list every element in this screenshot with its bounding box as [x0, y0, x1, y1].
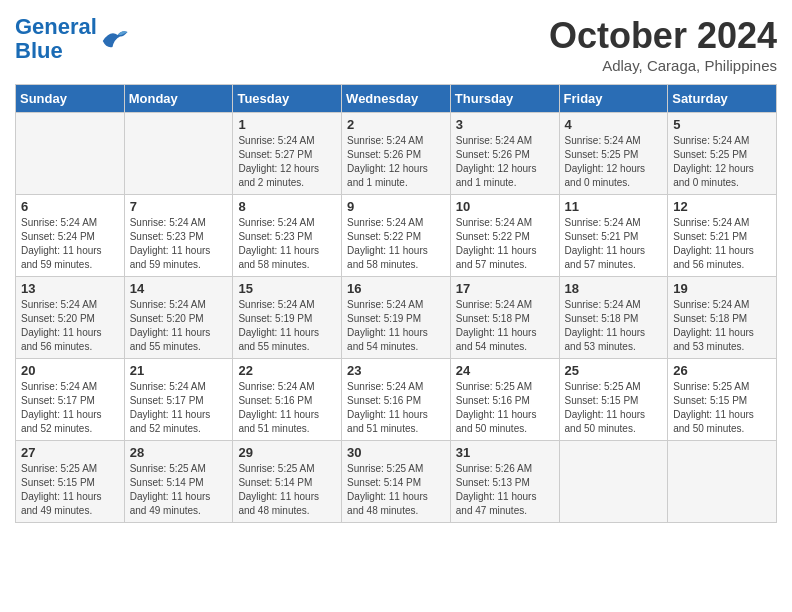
calendar-cell: 20Sunrise: 5:24 AM Sunset: 5:17 PM Dayli…	[16, 359, 125, 441]
calendar-cell: 21Sunrise: 5:24 AM Sunset: 5:17 PM Dayli…	[124, 359, 233, 441]
day-info: Sunrise: 5:24 AM Sunset: 5:16 PM Dayligh…	[347, 380, 445, 436]
day-number: 25	[565, 363, 663, 378]
day-number: 15	[238, 281, 336, 296]
day-number: 29	[238, 445, 336, 460]
day-number: 3	[456, 117, 554, 132]
calendar-cell: 11Sunrise: 5:24 AM Sunset: 5:21 PM Dayli…	[559, 195, 668, 277]
day-number: 11	[565, 199, 663, 214]
day-number: 22	[238, 363, 336, 378]
calendar-cell: 2Sunrise: 5:24 AM Sunset: 5:26 PM Daylig…	[342, 113, 451, 195]
day-number: 23	[347, 363, 445, 378]
day-info: Sunrise: 5:24 AM Sunset: 5:17 PM Dayligh…	[21, 380, 119, 436]
day-info: Sunrise: 5:24 AM Sunset: 5:18 PM Dayligh…	[456, 298, 554, 354]
page-header: GeneralBlue October 2024 Adlay, Caraga, …	[15, 15, 777, 74]
day-number: 20	[21, 363, 119, 378]
day-number: 24	[456, 363, 554, 378]
calendar-cell: 5Sunrise: 5:24 AM Sunset: 5:25 PM Daylig…	[668, 113, 777, 195]
day-info: Sunrise: 5:25 AM Sunset: 5:15 PM Dayligh…	[673, 380, 771, 436]
calendar-cell	[559, 441, 668, 523]
calendar-cell: 22Sunrise: 5:24 AM Sunset: 5:16 PM Dayli…	[233, 359, 342, 441]
calendar-cell	[668, 441, 777, 523]
calendar-cell: 23Sunrise: 5:24 AM Sunset: 5:16 PM Dayli…	[342, 359, 451, 441]
month-title: October 2024	[549, 15, 777, 57]
header-cell-tuesday: Tuesday	[233, 85, 342, 113]
calendar-cell: 1Sunrise: 5:24 AM Sunset: 5:27 PM Daylig…	[233, 113, 342, 195]
day-number: 10	[456, 199, 554, 214]
week-row-5: 27Sunrise: 5:25 AM Sunset: 5:15 PM Dayli…	[16, 441, 777, 523]
day-info: Sunrise: 5:24 AM Sunset: 5:16 PM Dayligh…	[238, 380, 336, 436]
day-info: Sunrise: 5:24 AM Sunset: 5:25 PM Dayligh…	[565, 134, 663, 190]
title-block: October 2024 Adlay, Caraga, Philippines	[549, 15, 777, 74]
calendar-cell: 12Sunrise: 5:24 AM Sunset: 5:21 PM Dayli…	[668, 195, 777, 277]
week-row-4: 20Sunrise: 5:24 AM Sunset: 5:17 PM Dayli…	[16, 359, 777, 441]
day-info: Sunrise: 5:25 AM Sunset: 5:16 PM Dayligh…	[456, 380, 554, 436]
day-number: 12	[673, 199, 771, 214]
calendar-cell: 18Sunrise: 5:24 AM Sunset: 5:18 PM Dayli…	[559, 277, 668, 359]
calendar-cell: 24Sunrise: 5:25 AM Sunset: 5:16 PM Dayli…	[450, 359, 559, 441]
week-row-3: 13Sunrise: 5:24 AM Sunset: 5:20 PM Dayli…	[16, 277, 777, 359]
day-info: Sunrise: 5:24 AM Sunset: 5:26 PM Dayligh…	[347, 134, 445, 190]
day-info: Sunrise: 5:24 AM Sunset: 5:18 PM Dayligh…	[673, 298, 771, 354]
header-cell-monday: Monday	[124, 85, 233, 113]
calendar-cell: 6Sunrise: 5:24 AM Sunset: 5:24 PM Daylig…	[16, 195, 125, 277]
day-number: 27	[21, 445, 119, 460]
day-number: 1	[238, 117, 336, 132]
day-info: Sunrise: 5:24 AM Sunset: 5:27 PM Dayligh…	[238, 134, 336, 190]
calendar-cell: 26Sunrise: 5:25 AM Sunset: 5:15 PM Dayli…	[668, 359, 777, 441]
week-row-1: 1Sunrise: 5:24 AM Sunset: 5:27 PM Daylig…	[16, 113, 777, 195]
header-cell-friday: Friday	[559, 85, 668, 113]
day-info: Sunrise: 5:24 AM Sunset: 5:18 PM Dayligh…	[565, 298, 663, 354]
logo-text: GeneralBlue	[15, 15, 97, 63]
calendar-cell: 31Sunrise: 5:26 AM Sunset: 5:13 PM Dayli…	[450, 441, 559, 523]
day-number: 5	[673, 117, 771, 132]
week-row-2: 6Sunrise: 5:24 AM Sunset: 5:24 PM Daylig…	[16, 195, 777, 277]
day-info: Sunrise: 5:26 AM Sunset: 5:13 PM Dayligh…	[456, 462, 554, 518]
day-info: Sunrise: 5:24 AM Sunset: 5:21 PM Dayligh…	[565, 216, 663, 272]
calendar-cell: 14Sunrise: 5:24 AM Sunset: 5:20 PM Dayli…	[124, 277, 233, 359]
calendar-cell: 17Sunrise: 5:24 AM Sunset: 5:18 PM Dayli…	[450, 277, 559, 359]
day-number: 14	[130, 281, 228, 296]
calendar-cell: 10Sunrise: 5:24 AM Sunset: 5:22 PM Dayli…	[450, 195, 559, 277]
calendar-cell: 15Sunrise: 5:24 AM Sunset: 5:19 PM Dayli…	[233, 277, 342, 359]
day-number: 21	[130, 363, 228, 378]
logo: GeneralBlue	[15, 15, 129, 63]
day-number: 26	[673, 363, 771, 378]
day-info: Sunrise: 5:25 AM Sunset: 5:15 PM Dayligh…	[21, 462, 119, 518]
calendar-cell: 16Sunrise: 5:24 AM Sunset: 5:19 PM Dayli…	[342, 277, 451, 359]
calendar-cell: 3Sunrise: 5:24 AM Sunset: 5:26 PM Daylig…	[450, 113, 559, 195]
day-info: Sunrise: 5:24 AM Sunset: 5:23 PM Dayligh…	[130, 216, 228, 272]
calendar-cell	[124, 113, 233, 195]
calendar-cell: 27Sunrise: 5:25 AM Sunset: 5:15 PM Dayli…	[16, 441, 125, 523]
day-number: 16	[347, 281, 445, 296]
day-info: Sunrise: 5:24 AM Sunset: 5:22 PM Dayligh…	[347, 216, 445, 272]
day-info: Sunrise: 5:24 AM Sunset: 5:19 PM Dayligh…	[347, 298, 445, 354]
day-number: 19	[673, 281, 771, 296]
day-info: Sunrise: 5:24 AM Sunset: 5:20 PM Dayligh…	[21, 298, 119, 354]
day-info: Sunrise: 5:24 AM Sunset: 5:26 PM Dayligh…	[456, 134, 554, 190]
calendar-cell: 19Sunrise: 5:24 AM Sunset: 5:18 PM Dayli…	[668, 277, 777, 359]
day-info: Sunrise: 5:24 AM Sunset: 5:23 PM Dayligh…	[238, 216, 336, 272]
header-row: SundayMondayTuesdayWednesdayThursdayFrid…	[16, 85, 777, 113]
day-number: 30	[347, 445, 445, 460]
day-info: Sunrise: 5:24 AM Sunset: 5:25 PM Dayligh…	[673, 134, 771, 190]
day-info: Sunrise: 5:24 AM Sunset: 5:17 PM Dayligh…	[130, 380, 228, 436]
calendar-cell	[16, 113, 125, 195]
logo-bird-icon	[99, 24, 129, 54]
day-info: Sunrise: 5:24 AM Sunset: 5:20 PM Dayligh…	[130, 298, 228, 354]
day-info: Sunrise: 5:25 AM Sunset: 5:14 PM Dayligh…	[238, 462, 336, 518]
header-cell-saturday: Saturday	[668, 85, 777, 113]
day-number: 7	[130, 199, 228, 214]
day-info: Sunrise: 5:24 AM Sunset: 5:21 PM Dayligh…	[673, 216, 771, 272]
day-number: 9	[347, 199, 445, 214]
calendar-table: SundayMondayTuesdayWednesdayThursdayFrid…	[15, 84, 777, 523]
day-number: 17	[456, 281, 554, 296]
day-info: Sunrise: 5:24 AM Sunset: 5:19 PM Dayligh…	[238, 298, 336, 354]
day-info: Sunrise: 5:24 AM Sunset: 5:22 PM Dayligh…	[456, 216, 554, 272]
location: Adlay, Caraga, Philippines	[549, 57, 777, 74]
calendar-cell: 28Sunrise: 5:25 AM Sunset: 5:14 PM Dayli…	[124, 441, 233, 523]
day-number: 18	[565, 281, 663, 296]
calendar-cell: 9Sunrise: 5:24 AM Sunset: 5:22 PM Daylig…	[342, 195, 451, 277]
day-info: Sunrise: 5:25 AM Sunset: 5:14 PM Dayligh…	[130, 462, 228, 518]
day-number: 28	[130, 445, 228, 460]
day-info: Sunrise: 5:25 AM Sunset: 5:15 PM Dayligh…	[565, 380, 663, 436]
